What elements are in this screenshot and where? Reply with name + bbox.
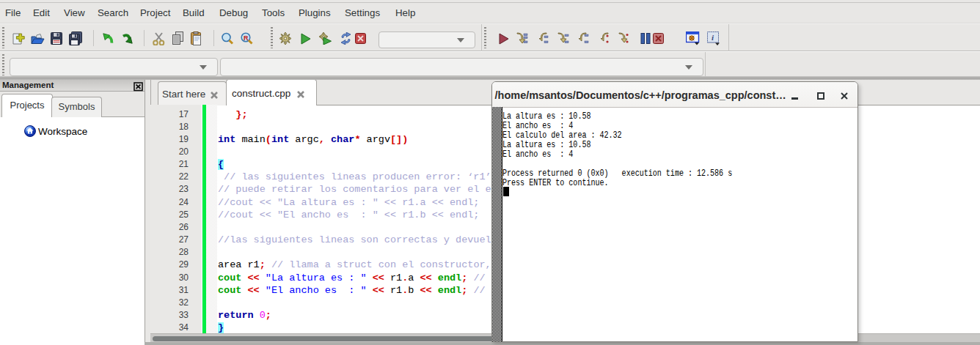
svg-text:R: R — [244, 34, 249, 42]
